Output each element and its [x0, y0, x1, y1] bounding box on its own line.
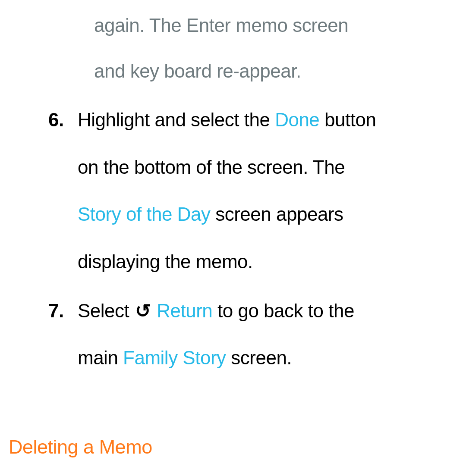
- continuation-text: again. The Enter memo screen and key boa…: [9, 12, 453, 84]
- step-6-line-3: Story of the Day screen appears: [78, 201, 453, 228]
- continuation-line-1: again. The Enter memo screen: [94, 12, 453, 39]
- step-7-text-c: main: [78, 347, 123, 368]
- done-button-reference: Done: [275, 109, 319, 130]
- continuation-line-2: and key board re-appear.: [94, 58, 453, 85]
- story-of-the-day-reference: Story of the Day: [78, 204, 210, 225]
- step-7-line-1: Select ↺ Return to go back to the: [78, 298, 453, 324]
- step-6-text-b: button: [319, 109, 376, 130]
- step-6-text-a: Highlight and select the: [78, 109, 275, 130]
- step-7-text-d: screen.: [226, 347, 292, 368]
- step-6: 6. Highlight and select the Done button …: [9, 106, 453, 275]
- return-button-reference: Return: [152, 300, 213, 321]
- step-7-marker: 7.: [48, 298, 64, 324]
- section-heading-deleting-memo: Deleting a Memo: [9, 433, 453, 460]
- step-6-line-1: Highlight and select the Done button: [78, 106, 453, 133]
- family-story-reference: Family Story: [123, 347, 226, 368]
- step-6-marker: 6.: [48, 106, 64, 133]
- step-6-text-c: screen appears: [210, 204, 343, 225]
- step-6-line-2: on the bottom of the screen. The: [78, 154, 453, 181]
- document-page: again. The Enter memo screen and key boa…: [0, 0, 466, 471]
- step-7-text-b: to go back to the: [212, 300, 354, 321]
- return-icon: ↺: [134, 298, 152, 324]
- step-7: 7. Select ↺ Return to go back to the mai…: [9, 298, 453, 371]
- step-6-line-4: displaying the memo.: [78, 248, 453, 275]
- step-7-text-a: Select: [78, 300, 134, 321]
- step-7-line-2: main Family Story screen.: [78, 344, 453, 371]
